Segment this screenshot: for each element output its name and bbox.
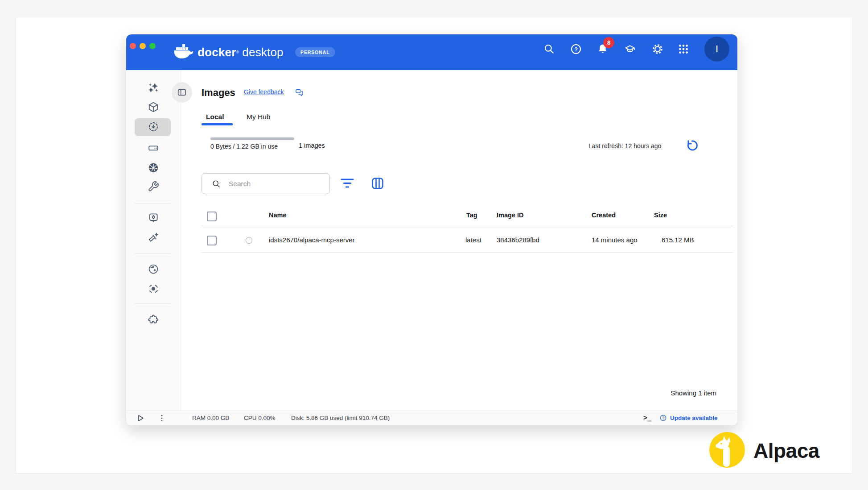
last-refresh-text: Last refresh: 12 hours ago	[588, 142, 661, 149]
update-available-link[interactable]: Update available	[670, 415, 718, 421]
close-traffic-light[interactable]	[130, 43, 136, 49]
sidebar-item-scout[interactable]	[148, 283, 159, 295]
showing-items-text: Showing 1 item	[671, 389, 716, 397]
sidebar-item-extensions[interactable]	[148, 314, 159, 326]
learning-center-icon[interactable]	[624, 43, 636, 55]
feedback-chat-icon	[295, 88, 304, 97]
column-header-image-id[interactable]: Image ID	[497, 212, 523, 219]
titlebar: docker®desktop PERSONAL ? 8	[126, 34, 737, 70]
notification-badge: 8	[603, 37, 614, 48]
sidebar-collapse-button[interactable]	[172, 82, 192, 103]
search-box	[202, 173, 330, 194]
svg-text:?: ?	[574, 46, 578, 53]
wordmark-docker: docker	[197, 46, 236, 59]
sidebar-item-containers[interactable]	[148, 101, 159, 113]
maximize-traffic-light[interactable]	[149, 43, 156, 49]
column-header-size[interactable]: Size	[654, 212, 667, 219]
sidebar-item-images[interactable]	[148, 121, 159, 133]
sidebar-item-dev-environments[interactable]	[148, 212, 159, 224]
sidebar-item-docker-hub[interactable]	[148, 263, 159, 275]
row-status-circle	[246, 237, 252, 244]
info-icon	[659, 414, 667, 422]
wordmark-reg: ®	[236, 50, 239, 54]
sidebar-item-builds[interactable]	[148, 181, 159, 192]
sidebar-divider	[135, 303, 171, 304]
column-header-tag[interactable]: Tag	[466, 212, 477, 219]
cell-created: 14 minutes ago	[592, 236, 650, 244]
refresh-icon[interactable]	[685, 139, 699, 152]
cell-name[interactable]: idsts2670/alpaca-mcp-server	[269, 236, 355, 244]
page-title: Images	[202, 87, 235, 99]
docker-whale-icon	[173, 44, 195, 61]
sidebar-item-volumes[interactable]	[148, 142, 159, 154]
cpu-stat: CPU 0.00%	[244, 415, 276, 421]
apps-grid-icon[interactable]	[678, 43, 689, 55]
search-magnifier-icon	[212, 179, 221, 189]
active-tab-underline	[202, 123, 233, 125]
sidebar-divider	[135, 203, 171, 203]
filter-icon[interactable]	[340, 177, 355, 190]
column-header-created[interactable]: Created	[592, 212, 616, 219]
sidebar-item-kubernetes[interactable]	[148, 162, 159, 174]
search-icon[interactable]	[543, 43, 555, 55]
images-count: 1 images	[299, 142, 325, 149]
table-divider	[202, 226, 733, 226]
help-icon[interactable]: ?	[570, 43, 582, 55]
table-divider	[202, 252, 733, 253]
kebab-menu-icon[interactable]	[157, 414, 166, 423]
sidebar-item-telescope-sparkle[interactable]	[148, 231, 159, 243]
plan-badge: PERSONAL	[295, 47, 335, 57]
avatar[interactable]: I	[704, 37, 729, 62]
storage-usage-text: 0 Bytes / 1.22 GB in use	[210, 143, 278, 150]
row-checkbox[interactable]	[207, 236, 217, 245]
sidebar-divider	[135, 253, 171, 254]
ram-stat: RAM 0.00 GB	[192, 415, 229, 421]
storage-usage-bar	[210, 137, 294, 140]
play-icon[interactable]	[136, 414, 145, 423]
column-header-name[interactable]: Name	[269, 212, 287, 219]
columns-icon[interactable]	[371, 177, 384, 190]
docker-desktop-wordmark: docker®desktop	[197, 46, 284, 59]
wordmark-desktop: desktop	[242, 46, 283, 59]
cell-tag: latest	[465, 236, 481, 244]
disk-stat: Disk: 5.86 GB used (limit 910.74 GB)	[291, 415, 390, 421]
minimize-traffic-light[interactable]	[140, 43, 146, 49]
sidebar-collapse-icon	[177, 87, 187, 97]
gear-icon[interactable]	[652, 43, 663, 55]
terminal-icon[interactable]: >_	[643, 414, 651, 422]
select-all-checkbox[interactable]	[207, 212, 217, 221]
tab-local[interactable]: Local	[206, 113, 224, 121]
sidebar-item-ask-gordon[interactable]	[148, 82, 159, 94]
cell-image-id: 38436b289fbd	[497, 236, 539, 244]
alpaca-logo-icon	[709, 432, 745, 468]
give-feedback-link[interactable]: Give feedback	[244, 88, 284, 96]
search-input[interactable]	[228, 174, 325, 194]
cell-size: 615.12 MB	[662, 236, 694, 244]
tab-my-hub[interactable]: My Hub	[247, 113, 270, 121]
docker-desktop-window: docker®desktop PERSONAL ? 8	[126, 34, 737, 425]
alpaca-logo-text: Alpaca	[753, 439, 819, 463]
